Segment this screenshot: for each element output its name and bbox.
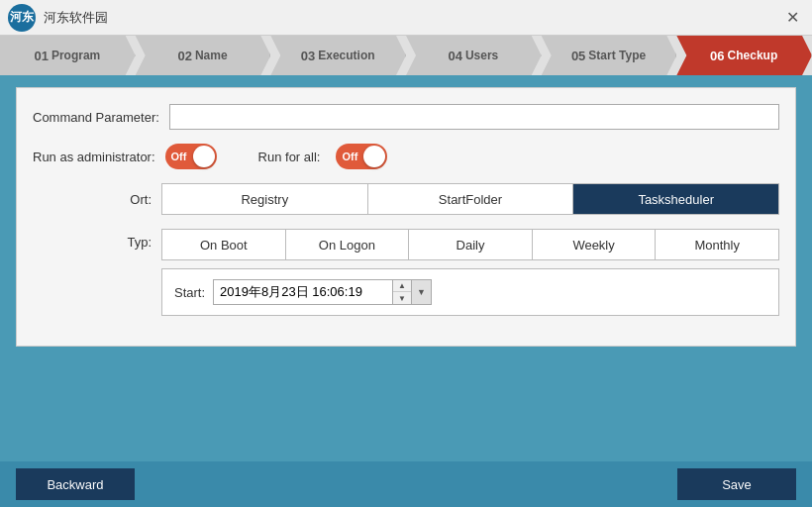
start-row: Start: ▲ ▼ ▼ <box>161 268 779 316</box>
run-for-all-toggle[interactable]: Off <box>336 144 387 169</box>
typ-on-boot-btn[interactable]: On Boot <box>162 230 286 259</box>
typ-daily-btn[interactable]: Daily <box>409 230 533 259</box>
ort-button-group: Registry StartFolder Tasksheduler <box>161 183 779 215</box>
step-num-03: 03 <box>301 49 315 63</box>
footer: Backward Save <box>0 461 812 507</box>
backward-button[interactable]: Backward <box>16 468 135 500</box>
step-num-06: 06 <box>710 49 724 63</box>
step-label-03: Execution <box>318 49 374 62</box>
run-for-all-label: Run for all: <box>258 150 321 164</box>
run-as-admin-knob <box>193 146 215 167</box>
ort-registry-btn[interactable]: Registry <box>162 184 368 214</box>
run-as-admin-label: Run as administrator: <box>33 150 155 164</box>
step-label-04: Users <box>465 49 498 62</box>
step-num-05: 05 <box>571 49 585 63</box>
step-label-01: Program <box>51 49 100 62</box>
command-param-label: Command Parameter: <box>33 110 159 125</box>
step-tab-06[interactable]: 06 Checkup <box>676 36 812 75</box>
step-tab-05[interactable]: 05 Start Type <box>542 36 677 75</box>
step-tabs: 01 Program 02 Name 03 Execution 04 Users… <box>0 36 812 75</box>
run-for-all-knob <box>363 146 385 167</box>
command-param-row: Command Parameter: <box>33 104 779 130</box>
typ-on-logon-btn[interactable]: On Logon <box>286 230 410 259</box>
command-param-input[interactable] <box>169 104 779 130</box>
spinner-up-btn[interactable]: ▲ <box>393 280 411 292</box>
main-content: Command Parameter: Run as administrator:… <box>16 87 796 347</box>
spinner-down-btn[interactable]: ▼ <box>393 292 411 304</box>
typ-label: Typ: <box>33 235 152 250</box>
typ-monthly-btn[interactable]: Monthly <box>656 230 778 259</box>
ort-row: Ort: Registry StartFolder Tasksheduler <box>33 183 779 215</box>
step-num-02: 02 <box>177 49 191 63</box>
typ-weekly-btn[interactable]: Weekly <box>533 230 657 259</box>
close-button[interactable]: ✕ <box>780 6 804 30</box>
step-label-06: Checkup <box>728 49 778 62</box>
run-as-admin-off-label: Off <box>171 151 187 162</box>
title-bar: 河东 河东软件园 ✕ <box>0 0 812 36</box>
run-for-all-off-label: Off <box>342 151 357 162</box>
step-tab-04[interactable]: 04 Users <box>406 36 542 75</box>
datetime-input[interactable] <box>214 280 392 304</box>
title-text: 河东软件园 <box>44 9 108 27</box>
ort-startfolder-btn[interactable]: StartFolder <box>368 184 574 214</box>
save-button[interactable]: Save <box>677 468 796 500</box>
step-tab-02[interactable]: 02 Name <box>136 36 271 75</box>
app-logo: 河东 <box>8 4 36 32</box>
step-label-05: Start Type <box>588 49 646 62</box>
typ-tabs: On Boot On Logon Daily Weekly Monthly <box>161 229 779 260</box>
step-num-04: 04 <box>448 49 461 63</box>
typ-row: Typ: On Boot On Logon Daily Weekly Month… <box>33 229 779 316</box>
run-as-admin-toggle[interactable]: Off <box>165 144 217 169</box>
toggles-row: Run as administrator: Off Run for all: O… <box>33 144 779 169</box>
datetime-dropdown-btn[interactable]: ▼ <box>411 280 431 304</box>
ort-label: Ort: <box>33 192 152 207</box>
datetime-input-wrap: ▲ ▼ ▼ <box>213 279 432 305</box>
spinner-btns: ▲ ▼ <box>392 280 411 304</box>
step-tab-01[interactable]: 01 Program <box>0 36 136 75</box>
start-label: Start: <box>174 285 205 300</box>
step-tab-03[interactable]: 03 Execution <box>270 36 406 75</box>
step-label-02: Name <box>195 49 228 62</box>
step-num-01: 01 <box>34 49 48 63</box>
title-bar-left: 河东 河东软件园 <box>8 4 108 32</box>
typ-tabs-wrap: On Boot On Logon Daily Weekly Monthly St… <box>161 229 779 316</box>
ort-tasksheduler-btn[interactable]: Tasksheduler <box>573 184 778 214</box>
